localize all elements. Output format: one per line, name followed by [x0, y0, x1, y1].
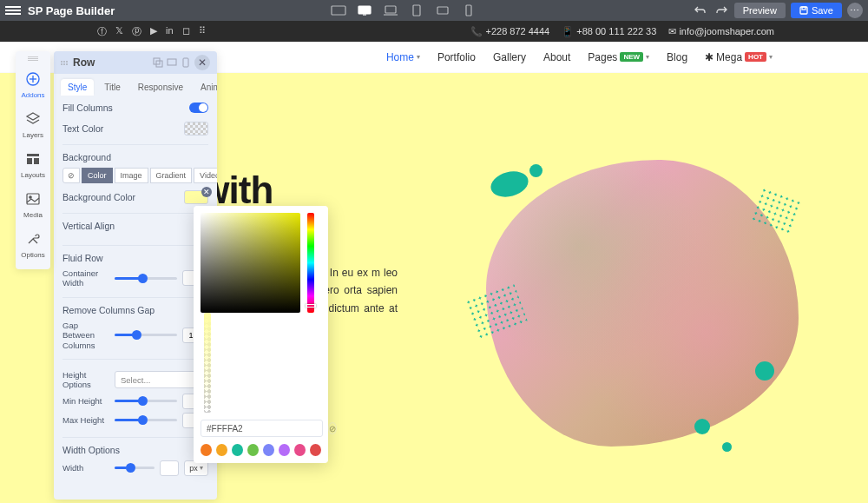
image-icon [25, 191, 41, 208]
app-topbar: SP Page Builder Preview Save ⋯ [0, 0, 868, 21]
bg-tab-video[interactable]: Video [194, 168, 217, 183]
min-height-row: Min Height [62, 394, 208, 409]
plus-circle-icon [25, 71, 41, 89]
preset-swatch[interactable] [263, 444, 274, 456]
svg-marker-13 [27, 113, 39, 120]
undo-icon[interactable] [693, 3, 708, 18]
preset-swatch[interactable] [216, 444, 227, 456]
background-label: Background [62, 152, 208, 162]
vertical-align-section: Vertical Align [62, 213, 208, 236]
copy-icon[interactable] [153, 57, 163, 68]
desktop-icon[interactable] [355, 3, 374, 17]
preset-swatch[interactable] [279, 444, 290, 456]
nav-about[interactable]: About [543, 51, 570, 63]
color-saturation-canvas[interactable] [201, 213, 300, 313]
preset-swatch[interactable] [310, 444, 321, 456]
save-button[interactable]: Save [791, 3, 842, 18]
tab-title[interactable]: Title [97, 79, 128, 96]
preview-button[interactable]: Preview [734, 3, 786, 18]
bg-type-tabs: ⊘ Color Image Gradient Video [62, 168, 208, 183]
youtube-icon[interactable]: ▶ [150, 25, 157, 38]
redo-icon[interactable] [713, 3, 729, 18]
app-brand: SP Page Builder [28, 4, 115, 17]
color-hue-slider[interactable] [307, 213, 314, 313]
width-slider[interactable] [115, 467, 155, 469]
fill-columns-row: Fill Columns [62, 103, 208, 113]
fluid-row-section: Fluid Row Container Width [62, 245, 208, 288]
sidebar-item-media[interactable]: Media [16, 186, 50, 224]
color-picker-popup: ⊘ [194, 206, 328, 463]
sidebar-item-layouts[interactable]: Layouts [16, 146, 50, 184]
topbar-actions: Preview Save ⋯ [693, 3, 863, 18]
background-color-swatch[interactable]: ✕ [184, 190, 208, 204]
preset-swatch[interactable] [232, 444, 243, 456]
desktop-wide-icon[interactable] [329, 3, 348, 17]
sidebar-item-options[interactable]: Options [16, 226, 50, 264]
clear-color-icon[interactable]: ✕ [201, 187, 212, 197]
gap-label: Gap Between Columns [62, 321, 109, 350]
facebook-icon[interactable]: ⓕ [97, 25, 107, 38]
nav-mega[interactable]: ✱MegaHOT▾ [705, 51, 773, 63]
nav-gallery[interactable]: Gallery [493, 51, 526, 63]
svg-rect-21 [168, 59, 176, 65]
more-icon[interactable]: ⋯ [847, 3, 863, 18]
device-view-switcher [329, 3, 478, 17]
contact-info: 📞 +228 872 4444 📱 +88 00 111 222 33 ✉ in… [470, 26, 774, 37]
mobile-small-icon[interactable] [181, 57, 191, 68]
tab-style[interactable]: Style [61, 79, 94, 96]
clear-color-icon[interactable]: ⊘ [328, 422, 337, 434]
pinterest-icon[interactable]: ⓟ [132, 25, 141, 38]
svg-rect-15 [27, 158, 32, 164]
vertical-align-label: Vertical Align [62, 221, 208, 231]
linkedin-icon[interactable]: in [166, 25, 174, 38]
save-icon [799, 6, 808, 15]
tab-animation[interactable]: Animation [194, 79, 217, 96]
tablet-icon[interactable] [407, 3, 426, 17]
width-input[interactable] [160, 460, 179, 476]
min-height-slider[interactable] [115, 400, 177, 402]
svg-rect-8 [800, 7, 807, 14]
color-alpha-slider[interactable] [204, 313, 211, 413]
menu-icon[interactable] [5, 6, 21, 15]
svg-rect-0 [332, 6, 345, 15]
phone-2: 📱 +88 00 111 222 33 [562, 26, 656, 37]
preset-swatch[interactable] [294, 444, 306, 456]
close-icon[interactable]: ✕ [194, 55, 210, 70]
bg-tab-none-icon[interactable]: ⊘ [62, 168, 80, 183]
bg-tab-image[interactable]: Image [115, 168, 148, 183]
max-height-slider[interactable] [115, 419, 177, 421]
container-width-slider[interactable] [115, 277, 177, 280]
sidebar-item-addons[interactable]: Addons [16, 66, 50, 104]
tab-responsive[interactable]: Responsive [131, 79, 190, 96]
flickr-icon[interactable]: ⠿ [199, 25, 206, 38]
chevron-down-icon: ▾ [417, 53, 420, 61]
hue-thumb[interactable] [306, 304, 316, 308]
nav-blog[interactable]: Blog [667, 51, 687, 63]
instagram-icon[interactable]: ◻ [182, 25, 190, 38]
desktop-small-icon[interactable] [167, 57, 177, 68]
mobile-icon[interactable] [459, 3, 478, 17]
fill-columns-toggle[interactable] [189, 103, 208, 113]
svg-rect-6 [437, 7, 448, 14]
preset-swatch[interactable] [201, 444, 212, 456]
nav-home[interactable]: Home▾ [386, 51, 420, 63]
chevron-down-icon: ▾ [646, 53, 649, 61]
drag-handle-icon[interactable] [61, 61, 68, 65]
svg-rect-9 [802, 7, 806, 10]
sidebar-item-layers[interactable]: Layers [16, 106, 50, 144]
gap-slider[interactable] [115, 334, 177, 336]
drag-handle-icon[interactable] [28, 56, 38, 61]
bg-tab-gradient[interactable]: Gradient [150, 168, 193, 183]
preset-swatch[interactable] [247, 444, 259, 456]
decoration-circle [755, 361, 774, 381]
width-section: Width Options Width px▾ [62, 437, 208, 476]
laptop-icon[interactable] [381, 3, 400, 17]
text-color-swatch[interactable] [184, 122, 208, 136]
chevron-down-icon: ▾ [200, 464, 203, 472]
tablet-landscape-icon[interactable] [433, 3, 452, 17]
nav-portfolio[interactable]: Portfolio [437, 51, 476, 63]
bg-tab-color[interactable]: Color [82, 168, 113, 183]
twitter-icon[interactable]: 𝕏 [115, 25, 123, 38]
color-hex-input[interactable] [201, 420, 323, 437]
nav-pages[interactable]: PagesNEW▾ [588, 51, 649, 63]
